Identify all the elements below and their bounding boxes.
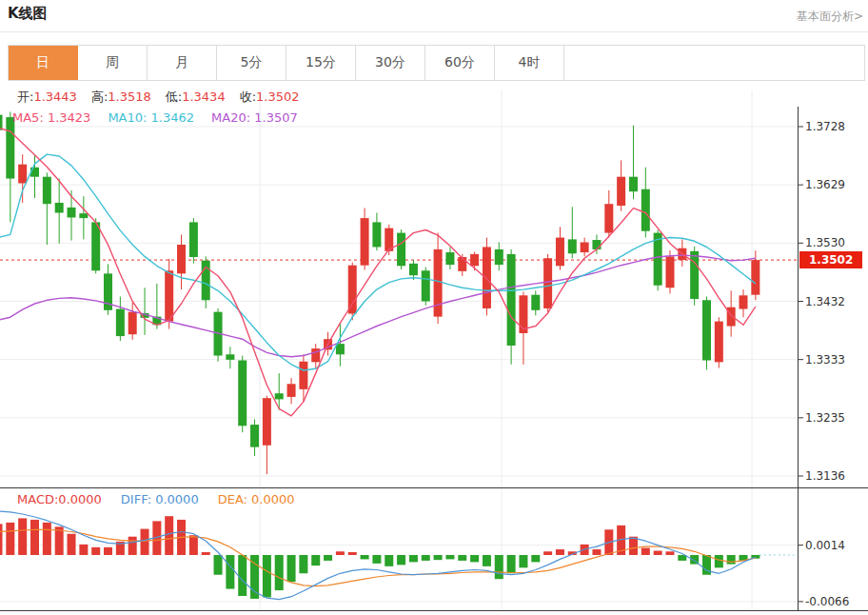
candle[interactable]: [336, 344, 345, 354]
candle[interactable]: [79, 213, 88, 218]
high-label: 高:: [91, 89, 108, 104]
kline-widget: K线图 基本面分析> 日 周 月 5分 15分 30分 60分 4时 开:1.3…: [0, 0, 868, 615]
candle[interactable]: [422, 270, 430, 301]
candle[interactable]: [116, 309, 125, 337]
price-axis-label: 1.3432: [805, 295, 845, 308]
candle[interactable]: [250, 425, 259, 447]
candle[interactable]: [6, 117, 14, 178]
macd-bar: [30, 520, 39, 555]
macd-axis-label: -0.0066: [805, 595, 849, 608]
candle[interactable]: [495, 249, 503, 265]
candle[interactable]: [372, 222, 381, 247]
price-axis-label: 1.3629: [805, 178, 845, 191]
candle[interactable]: [226, 354, 234, 360]
candle[interactable]: [55, 203, 64, 213]
candle[interactable]: [18, 165, 27, 184]
candle[interactable]: [287, 384, 296, 397]
candle[interactable]: [568, 239, 577, 253]
macd-bar: [263, 555, 271, 597]
macd-bar: [507, 555, 516, 573]
candle[interactable]: [275, 393, 284, 399]
macd-bar: [214, 555, 223, 575]
macd-bar: [68, 534, 76, 555]
candle[interactable]: [68, 208, 76, 218]
candle[interactable]: [519, 295, 527, 333]
candle[interactable]: [751, 260, 760, 295]
macd-bar: [6, 523, 14, 555]
ohlc-info: 开:1.3443高:1.3518低:1.3434收:1.3502: [17, 89, 314, 106]
macd-bar: [397, 555, 405, 565]
candle[interactable]: [629, 177, 638, 191]
candle[interactable]: [507, 254, 516, 346]
candle[interactable]: [263, 398, 271, 446]
candle[interactable]: [299, 362, 307, 389]
macd-bar: [641, 548, 650, 555]
candle[interactable]: [189, 222, 198, 257]
candle[interactable]: [641, 189, 650, 231]
candle[interactable]: [470, 254, 479, 266]
candle[interactable]: [702, 300, 711, 360]
macd-value: 0.0000: [58, 492, 102, 506]
candle[interactable]: [458, 257, 466, 271]
candle[interactable]: [434, 249, 443, 317]
macd-bar: [372, 555, 381, 564]
macd-bar: [299, 555, 307, 573]
candle[interactable]: [128, 312, 137, 335]
candle[interactable]: [409, 264, 418, 275]
candle[interactable]: [592, 240, 601, 249]
high-value: 1.3518: [108, 89, 151, 104]
candle[interactable]: [531, 295, 540, 310]
macd-bar: [727, 555, 736, 565]
macd-bar: [348, 552, 357, 555]
candle[interactable]: [604, 204, 613, 232]
candle[interactable]: [165, 270, 173, 321]
open-value: 1.3443: [33, 89, 77, 104]
candle[interactable]: [177, 245, 186, 273]
open-label: 开:: [17, 89, 33, 104]
candle[interactable]: [690, 251, 699, 299]
candle[interactable]: [91, 222, 100, 270]
candle[interactable]: [483, 247, 491, 308]
macd-bar: [91, 547, 100, 555]
ma5-line: [0, 128, 756, 416]
macd-bar: [336, 551, 345, 555]
candle[interactable]: [581, 243, 589, 253]
price-axis-label: 1.3235: [805, 411, 845, 425]
macd-bar: [141, 529, 149, 555]
candle[interactable]: [30, 168, 39, 177]
candle[interactable]: [445, 252, 454, 265]
macd-bar: [629, 537, 638, 555]
macd-bar: [385, 555, 393, 566]
candle[interactable]: [348, 266, 357, 314]
macd-bar: [0, 524, 3, 555]
ma20-label: MA20:: [211, 110, 250, 125]
price-axis-label: 1.3728: [805, 120, 845, 133]
macd-bar: [287, 555, 296, 582]
candle[interactable]: [361, 218, 369, 266]
candle[interactable]: [665, 256, 674, 288]
candle[interactable]: [556, 238, 564, 267]
candle[interactable]: [238, 360, 247, 426]
candle[interactable]: [715, 322, 723, 363]
macd-info: MACD:0.0000DIFF: 0.0000DEA: 0.0000: [17, 492, 314, 506]
macd-bar: [104, 547, 112, 555]
macd-bar: [422, 555, 430, 561]
macd-bar: [715, 555, 723, 567]
macd-bar: [458, 555, 466, 561]
macd-bar: [189, 535, 198, 555]
candle[interactable]: [43, 177, 51, 205]
macd-bar: [79, 545, 88, 555]
macd-bar: [654, 551, 662, 555]
ma10-line: [0, 154, 756, 370]
candle[interactable]: [617, 177, 625, 206]
candle[interactable]: [739, 295, 747, 308]
candle[interactable]: [543, 258, 552, 308]
macd-bar: [165, 516, 173, 555]
macd-bar: [665, 551, 674, 555]
low-value: 1.3434: [182, 89, 226, 104]
candle[interactable]: [397, 233, 405, 267]
ma10-value: 1.3462: [151, 110, 195, 125]
macd-bar: [434, 555, 443, 560]
macd-bar: [275, 555, 284, 590]
macd-bar: [592, 549, 601, 555]
